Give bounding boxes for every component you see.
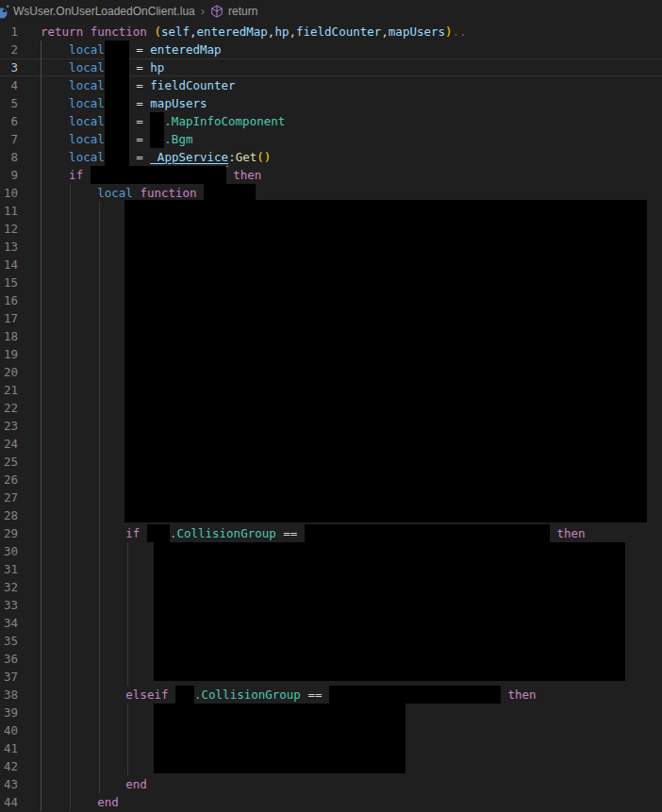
code-content[interactable]: local = enteredMap — [41, 41, 662, 58]
line-number[interactable]: 8 — [0, 148, 18, 166]
indent-guide — [41, 309, 41, 327]
indent-guide — [41, 184, 41, 202]
code-content[interactable]: return function (self,enteredMap,hp,fiel… — [41, 23, 662, 41]
line-number[interactable]: 18 — [0, 327, 18, 345]
code-content[interactable]: end — [41, 793, 662, 811]
line-number[interactable]: 25 — [0, 453, 18, 471]
code-line[interactable]: 5 local = mapUsers — [0, 94, 662, 112]
line-number[interactable]: 41 — [0, 739, 18, 757]
redaction-box — [150, 130, 164, 148]
code-token: local — [69, 114, 105, 128]
indent-guide — [41, 238, 41, 256]
indent-guide — [70, 596, 71, 614]
line-number[interactable]: 23 — [0, 417, 18, 435]
line-number[interactable]: 35 — [0, 632, 18, 650]
line-number[interactable]: 20 — [0, 363, 18, 381]
line-number[interactable]: 28 — [0, 506, 18, 524]
code-line[interactable]: 38 elseif .CollisionGroup == then — [0, 686, 662, 704]
indent-guide — [41, 399, 41, 417]
code-content[interactable]: local = .Bgm — [41, 130, 662, 148]
indent-guide — [70, 399, 71, 417]
code-line[interactable]: 7 local = .Bgm — [0, 130, 662, 148]
line-number[interactable]: 40 — [0, 721, 18, 739]
line-number[interactable]: 9 — [0, 166, 18, 184]
indent-guide — [41, 793, 41, 811]
code-content[interactable]: local = fieldCounter — [41, 76, 662, 94]
line-number[interactable]: 42 — [0, 757, 18, 775]
code-content[interactable]: elseif .CollisionGroup == then — [41, 686, 662, 704]
line-number[interactable]: 31 — [0, 560, 18, 578]
code-line[interactable]: 2 local = enteredMap — [0, 41, 662, 58]
code-line[interactable]: 3 local = hp — [0, 58, 662, 76]
indent-guide — [70, 668, 71, 686]
line-number[interactable]: 1 — [0, 23, 18, 41]
line-number[interactable]: 24 — [0, 435, 18, 453]
code-content[interactable]: local = hp — [41, 58, 662, 76]
line-number[interactable]: 12 — [0, 220, 18, 238]
line-number[interactable]: 15 — [0, 273, 18, 291]
breadcrumb-symbol-item[interactable]: return — [210, 5, 257, 18]
line-number[interactable]: 44 — [0, 793, 18, 811]
code-token: = — [129, 96, 151, 110]
line-number[interactable]: 16 — [0, 291, 18, 309]
code-content[interactable]: if .CollisionGroup == then — [41, 524, 662, 542]
line-number[interactable]: 29 — [0, 524, 18, 542]
redaction-box — [305, 524, 550, 542]
line-number[interactable]: 33 — [0, 596, 18, 614]
line-number[interactable]: 36 — [0, 650, 18, 668]
code-content[interactable]: end — [41, 775, 662, 793]
line-number[interactable]: 39 — [0, 704, 18, 721]
indent-guide — [127, 721, 128, 739]
line-number[interactable]: 13 — [0, 238, 18, 256]
indent-guide — [41, 686, 41, 704]
line-number[interactable]: 4 — [0, 76, 18, 94]
code-line[interactable]: 1return function (self,enteredMap,hp,fie… — [0, 23, 662, 41]
code-token: = — [129, 42, 151, 57]
indent-guide — [99, 506, 100, 524]
line-number[interactable]: 37 — [0, 668, 18, 686]
indent-guide — [70, 489, 71, 506]
line-number[interactable]: 17 — [0, 309, 18, 327]
indent-guide — [41, 757, 41, 775]
line-number[interactable]: 2 — [0, 41, 18, 58]
code-token: local — [69, 42, 105, 57]
code-content[interactable]: local = .MapInfoComponent — [41, 112, 662, 130]
line-number[interactable]: 10 — [0, 184, 18, 202]
line-number[interactable]: 30 — [0, 542, 18, 560]
line-number[interactable]: 22 — [0, 399, 18, 417]
line-number[interactable]: 11 — [0, 202, 18, 220]
code-content[interactable]: local = mapUsers — [41, 94, 662, 112]
code-line[interactable]: 8 local = _AppService:Get() — [0, 148, 662, 166]
code-line[interactable]: 29 if .CollisionGroup == then — [0, 524, 662, 542]
line-number[interactable]: 14 — [0, 256, 18, 273]
code-line[interactable]: 9 if then — [0, 166, 662, 184]
line-number[interactable]: 27 — [0, 489, 18, 506]
indent-guide — [41, 130, 41, 148]
code-content[interactable]: if then — [41, 166, 662, 184]
code-content[interactable]: local = _AppService:Get() — [41, 148, 662, 166]
indent-guide — [70, 309, 71, 327]
line-number[interactable]: 34 — [0, 614, 18, 632]
line-number[interactable]: 32 — [0, 578, 18, 596]
line-number[interactable]: 21 — [0, 381, 18, 399]
line-number[interactable]: 6 — [0, 112, 18, 130]
line-number[interactable]: 7 — [0, 130, 18, 148]
line-number[interactable]: 5 — [0, 94, 18, 112]
code-line[interactable]: 4 local = fieldCounter — [0, 76, 662, 94]
line-number[interactable]: 3 — [0, 58, 18, 76]
code-line[interactable]: 43 end — [0, 775, 662, 793]
code-token: mapUsers — [389, 25, 445, 39]
indent-guide — [99, 721, 100, 739]
indent-guide — [41, 256, 41, 273]
line-number[interactable]: 26 — [0, 471, 18, 489]
indent-guide — [127, 650, 128, 668]
line-number[interactable]: 43 — [0, 775, 18, 793]
code-line[interactable]: 6 local = .MapInfoComponent — [0, 112, 662, 130]
breadcrumb-file-item[interactable]: WsUser.OnUserLoadedOnClient.lua — [0, 3, 195, 20]
indent-guide — [99, 489, 100, 506]
code-editor[interactable]: 1return function (self,enteredMap,hp,fie… — [0, 23, 662, 811]
indent-guide — [41, 560, 41, 578]
line-number[interactable]: 19 — [0, 345, 18, 363]
code-line[interactable]: 44 end — [0, 793, 662, 811]
line-number[interactable]: 38 — [0, 686, 18, 704]
